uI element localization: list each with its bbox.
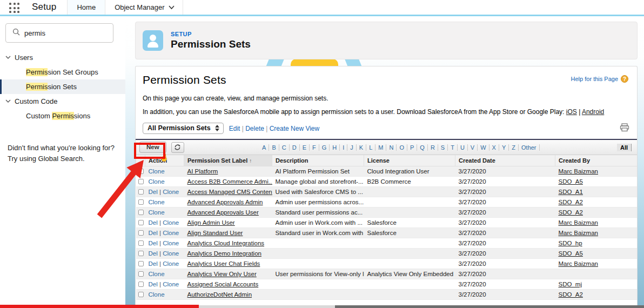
permission-set-link[interactable]: Align Standard User	[187, 230, 243, 236]
sidebar-item-permission-sets[interactable]: Permission Sets	[0, 79, 125, 94]
alphabet-letter-link[interactable]: X	[489, 144, 499, 151]
alphabet-letter-link[interactable]: I	[340, 144, 347, 151]
del-link[interactable]: Del	[149, 250, 158, 257]
printer-icon[interactable]	[620, 123, 629, 134]
permission-set-link[interactable]: Access Managed CMS Content	[187, 189, 272, 195]
clone-link[interactable]: Clone	[163, 281, 179, 287]
created-by-link[interactable]: SDO_hp	[559, 240, 582, 246]
alphabet-letter-link[interactable]: P	[407, 144, 417, 151]
alphabet-letter-link[interactable]: H	[330, 144, 340, 151]
alphabet-letter-link[interactable]: R	[428, 144, 438, 151]
video-progress-buffered[interactable]	[199, 305, 335, 308]
column-header-description[interactable]: Description	[272, 155, 364, 166]
new-button[interactable]: New	[139, 142, 166, 153]
tab-home[interactable]: Home	[67, 0, 105, 15]
permission-set-link[interactable]: AI Platform	[187, 168, 218, 175]
alphabet-letter-link[interactable]: J	[347, 144, 357, 151]
created-by-link[interactable]: SDO_mj	[559, 281, 582, 287]
clone-link[interactable]: Clone	[149, 271, 165, 277]
alphabet-letter-link[interactable]: M	[375, 144, 386, 151]
alphabet-letter-link[interactable]: Z	[509, 144, 519, 151]
column-header-license[interactable]: License	[364, 155, 455, 166]
created-by-link[interactable]: Marc Baizman	[559, 219, 599, 226]
clone-link[interactable]: Clone	[163, 219, 179, 226]
column-header-created-date[interactable]: Created Date	[455, 155, 555, 166]
row-checkbox[interactable]	[138, 179, 144, 184]
row-checkbox[interactable]	[138, 210, 144, 215]
clone-link[interactable]: Clone	[149, 199, 165, 205]
row-checkbox[interactable]	[138, 240, 144, 246]
row-checkbox[interactable]	[138, 282, 144, 287]
row-checkbox[interactable]	[138, 230, 144, 236]
row-checkbox[interactable]	[138, 189, 144, 195]
view-selector[interactable]: All Permission Sets	[143, 123, 224, 134]
column-header-label[interactable]: Permission Set Label↑	[184, 155, 272, 166]
permission-set-link[interactable]: AuthorizeDotNet Admin	[187, 291, 252, 298]
row-checkbox[interactable]	[138, 261, 144, 266]
sidebar-section-users[interactable]: Users	[0, 50, 125, 65]
clone-link[interactable]: Clone	[163, 250, 179, 257]
permission-set-link[interactable]: Analytics Cloud Integrations	[187, 240, 265, 246]
alphabet-letter-link[interactable]: G	[319, 144, 330, 151]
edit-view-link[interactable]: Edit	[229, 125, 240, 132]
permission-set-link[interactable]: Assigned Social Accounts	[187, 281, 259, 287]
refresh-button[interactable]	[171, 142, 184, 153]
alphabet-letter-link[interactable]: S	[438, 144, 448, 151]
clone-link[interactable]: Clone	[149, 291, 165, 298]
permission-set-link[interactable]: Analytics View Only User	[187, 271, 257, 277]
created-by-link[interactable]: SDO_A2	[559, 209, 583, 216]
clone-link[interactable]: Clone	[163, 240, 179, 246]
app-launcher-icon[interactable]	[9, 3, 20, 14]
ios-link[interactable]: iOS	[566, 108, 577, 116]
permission-set-link[interactable]: Advanced Approvals User	[187, 209, 259, 216]
alphabet-letter-link[interactable]: C	[279, 144, 290, 151]
video-progress-remaining[interactable]	[335, 305, 644, 308]
clone-link[interactable]: Clone	[163, 189, 179, 195]
created-by-link[interactable]: SDO_A2	[559, 291, 583, 298]
video-progress-played[interactable]	[0, 305, 199, 308]
alphabet-letter-link[interactable]: A	[259, 144, 269, 151]
sidebar-section-custom-code[interactable]: Custom Code	[0, 94, 125, 109]
permission-set-link[interactable]: Advanced Approvals Admin	[187, 199, 263, 205]
help-icon[interactable]: ?	[621, 75, 628, 83]
help-for-this-page-link[interactable]: Help for this Page	[571, 76, 618, 82]
created-by-link[interactable]: Marc Baizman	[559, 230, 599, 236]
del-link[interactable]: Del	[149, 189, 158, 195]
android-link[interactable]: Android	[582, 108, 604, 116]
alphabet-all-link[interactable]: All	[617, 144, 632, 151]
alphabet-letter-link[interactable]: T	[448, 144, 458, 151]
row-checkbox[interactable]	[138, 220, 144, 225]
created-by-link[interactable]: SDO_A2	[559, 199, 583, 205]
clone-link[interactable]: Clone	[163, 260, 179, 267]
delete-view-link[interactable]: Delete	[245, 125, 264, 132]
alphabet-letter-link[interactable]: U	[458, 144, 468, 151]
created-by-link[interactable]: Marc Baizman	[559, 168, 599, 175]
clone-link[interactable]: Clone	[163, 230, 179, 236]
permission-set-link[interactable]: Analytics User Chat Fields	[187, 260, 260, 267]
create-new-view-link[interactable]: Create New View	[270, 125, 319, 132]
permission-set-link[interactable]: Analytics Demo Integration	[187, 250, 261, 257]
alphabet-letter-link[interactable]: Q	[417, 144, 428, 151]
quick-find-box[interactable]	[5, 23, 113, 43]
alphabet-letter-link[interactable]: V	[468, 144, 478, 151]
del-link[interactable]: Del	[149, 219, 158, 226]
del-link[interactable]: Del	[149, 240, 158, 246]
alphabet-letter-link[interactable]: F	[310, 144, 319, 151]
row-checkbox[interactable]	[138, 199, 144, 205]
created-by-link[interactable]: SDO_A1	[559, 189, 583, 195]
alphabet-letter-link[interactable]: Other	[519, 144, 540, 151]
permission-set-link[interactable]: Access B2B Commerce Admi...	[187, 178, 272, 185]
alphabet-letter-link[interactable]: B	[269, 144, 279, 151]
alphabet-letter-link[interactable]: E	[300, 144, 310, 151]
alphabet-letter-link[interactable]: Y	[499, 144, 509, 151]
alphabet-letter-link[interactable]: L	[366, 144, 375, 151]
created-by-link[interactable]: Marc Baizman	[559, 260, 599, 267]
row-checkbox[interactable]	[138, 169, 144, 174]
del-link[interactable]: Del	[149, 281, 158, 287]
alphabet-letter-link[interactable]: K	[357, 144, 366, 151]
clone-link[interactable]: Clone	[149, 178, 165, 185]
row-checkbox[interactable]	[138, 292, 144, 297]
clone-link[interactable]: Clone	[149, 168, 165, 175]
created-by-link[interactable]: SDO_A5	[559, 178, 583, 185]
del-link[interactable]: Del	[149, 230, 158, 236]
